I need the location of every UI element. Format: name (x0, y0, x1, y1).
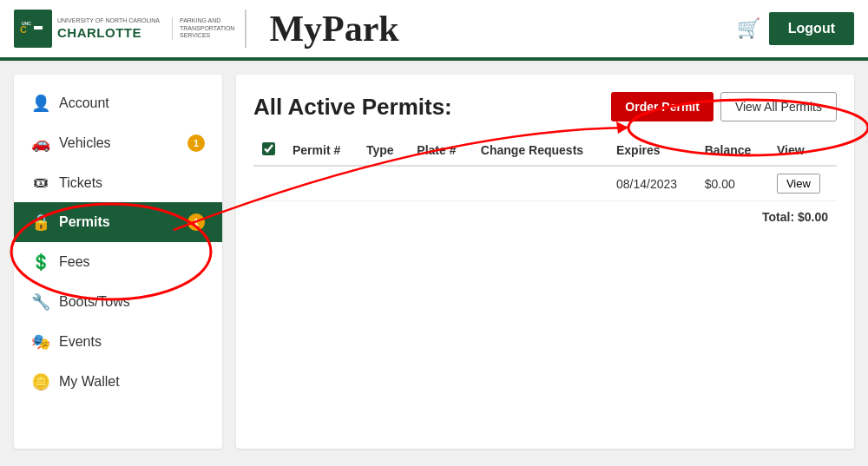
checkbox-column-header (253, 135, 284, 166)
permits-table: Permit # Type Plate # Change Requests Ex… (253, 135, 837, 201)
header-right: 🛒 Logout (737, 12, 854, 45)
expires-header: Expires (608, 135, 696, 166)
main-layout: 👤 Account 🚗 Vehicles 1 🎟 Tickets 🔒 Permi… (0, 61, 868, 463)
vehicles-badge: 1 (187, 135, 205, 152)
logout-button[interactable]: Logout (769, 12, 854, 45)
boots-tows-icon: 🔧 (31, 292, 50, 312)
table-row: 08/14/2023 $0.00 View (253, 166, 837, 201)
svg-text:C: C (20, 24, 27, 35)
app-header: UNC C UNIVERSITY OF NORTH CAROLINA CHARL… (0, 0, 868, 61)
content-header: All Active Permits: Order Permit View Al… (253, 92, 837, 121)
content-area: All Active Permits: Order Permit View Al… (236, 75, 854, 449)
plate-header: Plate # (408, 135, 472, 166)
sidebar-item-label: My Wallet (59, 374, 120, 390)
permit-num-header: Permit # (284, 135, 358, 166)
order-permit-button[interactable]: Order Permit (611, 92, 713, 121)
sidebar-item-label: Boots/Tows (59, 294, 130, 310)
sidebar-item-label: Tickets (59, 175, 102, 191)
view-cell: View (768, 166, 837, 201)
permits-badge: 1 (187, 213, 205, 231)
sidebar-item-label: Vehicles (59, 135, 111, 151)
sidebar-item-fees[interactable]: 💲 Fees (14, 242, 222, 282)
tickets-icon: 🎟 (31, 174, 50, 192)
university-name: CHARLOTTE (57, 25, 160, 40)
logo-box: UNC C UNIVERSITY OF NORTH CAROLINA CHARL… (14, 10, 247, 48)
balance-header: Balance (696, 135, 768, 166)
university-line: UNIVERSITY OF NORTH CAROLINA (57, 17, 160, 24)
sidebar-item-my-wallet[interactable]: 🪙 My Wallet (14, 362, 222, 402)
change-requests-cell (472, 166, 608, 201)
sidebar-item-events[interactable]: 🎭 Events (14, 322, 222, 362)
header-buttons: Order Permit View All Permits (611, 92, 837, 121)
change-requests-header: Change Requests (472, 135, 608, 166)
view-all-permits-button[interactable]: View All Permits (720, 92, 837, 121)
wallet-icon: 🪙 (31, 372, 50, 391)
sidebar-item-label: Fees (59, 254, 90, 270)
expires-cell: 08/14/2023 (608, 166, 696, 201)
select-all-checkbox[interactable] (262, 142, 275, 155)
sidebar-item-permits[interactable]: 🔒 Permits 1 (14, 202, 222, 242)
type-cell (358, 166, 408, 201)
permit-num-cell (284, 166, 358, 201)
permits-icon: 🔒 (31, 213, 50, 232)
sidebar-item-label: Account (59, 95, 109, 111)
type-header: Type (358, 135, 408, 166)
events-icon: 🎭 (31, 332, 50, 351)
app-title: MyPark (269, 8, 398, 49)
fees-icon: 💲 (31, 253, 50, 272)
plate-cell (408, 166, 472, 201)
vehicles-icon: 🚗 (31, 134, 50, 153)
university-text: UNIVERSITY OF NORTH CAROLINA CHARLOTTE (57, 17, 160, 39)
table-header-row: Permit # Type Plate # Change Requests Ex… (253, 135, 837, 166)
sidebar-item-label: Permits (59, 214, 110, 230)
unc-logo-icon: UNC C (14, 10, 52, 48)
sidebar: 👤 Account 🚗 Vehicles 1 🎟 Tickets 🔒 Permi… (14, 75, 222, 449)
view-permit-button[interactable]: View (777, 174, 820, 194)
view-header: View (768, 135, 837, 166)
logo-area: UNC C UNIVERSITY OF NORTH CAROLINA CHARL… (14, 8, 399, 49)
row-checkbox-cell (253, 166, 284, 201)
sidebar-item-vehicles[interactable]: 🚗 Vehicles 1 (14, 123, 222, 163)
sidebar-item-tickets[interactable]: 🎟 Tickets (14, 163, 222, 202)
account-icon: 👤 (31, 94, 50, 113)
cart-icon[interactable]: 🛒 (737, 17, 760, 40)
balance-cell: $0.00 (696, 166, 768, 201)
total-row: Total: $0.00 (253, 201, 837, 224)
sidebar-item-account[interactable]: 👤 Account (14, 83, 222, 123)
parking-text: PARKING AND TRANSPORTATION SERVICES (180, 17, 234, 39)
page-title: All Active Permits: (253, 94, 452, 121)
sidebar-item-boots-tows[interactable]: 🔧 Boots/Tows (14, 282, 222, 322)
sidebar-item-label: Events (59, 334, 102, 350)
